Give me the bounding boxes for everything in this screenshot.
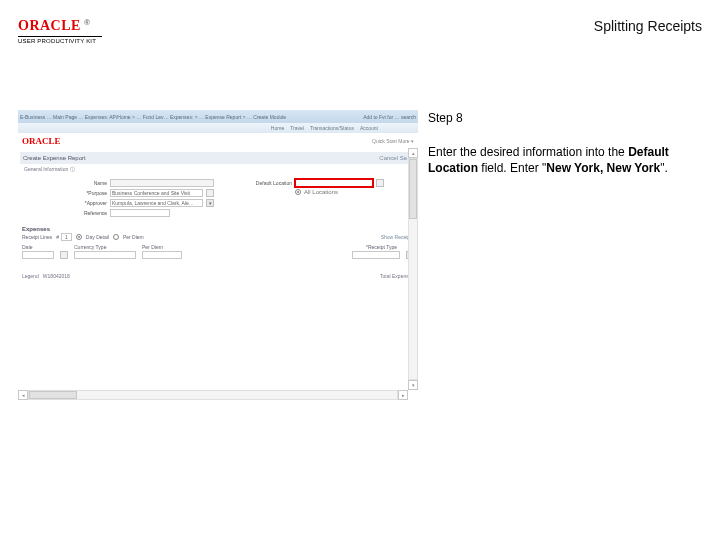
label-approver: *Approver xyxy=(22,200,107,206)
tab-travel: Travel xyxy=(290,125,304,131)
lookup-purpose-icon[interactable] xyxy=(206,189,214,197)
receipt-lines-label: Receipt Lines xyxy=(22,234,52,240)
form-area: Name *Purpose Business Conference and Si… xyxy=(18,174,418,222)
label-per-diem: Per Diem xyxy=(123,234,144,240)
label-reference: Reference xyxy=(22,210,107,216)
col-currency: Currency Type xyxy=(74,244,136,250)
step-label: Step 8 xyxy=(428,110,702,126)
section-header: Create Expense Report Cancel Se… xyxy=(20,152,416,164)
brand-name: ORACLE xyxy=(18,18,81,34)
label-name: Name xyxy=(22,180,107,186)
field-name xyxy=(110,179,214,187)
field-purpose[interactable]: Business Conference and Site Visit xyxy=(110,189,203,197)
expenses-header: Expenses xyxy=(22,226,414,232)
instr-value: New York, New York xyxy=(546,161,660,175)
expenses-subheader: Receipt Lines # 1 Day Detail Per Diem Sh… xyxy=(22,233,414,241)
lookup-location-icon[interactable] xyxy=(376,179,384,187)
radio-per-diem[interactable] xyxy=(113,234,119,240)
ebs-brand: ORACLE xyxy=(22,136,61,146)
field-reference[interactable] xyxy=(110,209,170,217)
col-receipt-type: *Receipt Type xyxy=(366,244,414,250)
tab-trans: Transactions/Status xyxy=(310,125,354,131)
count-prefix: # xyxy=(56,234,59,240)
instruction-text: Enter the desired information into the D… xyxy=(428,144,702,176)
tab-account: Account xyxy=(360,125,378,131)
legend-label: Legend xyxy=(22,273,39,279)
ebs-quick-links: Quick Start More ▾ xyxy=(372,138,414,144)
page-title: Splitting Receipts xyxy=(594,18,702,34)
product-line: USER PRODUCTIVITY KIT xyxy=(18,36,102,44)
ebs-breadcrumb-bar: E-Business … Main Page … Expenses: AP/Ho… xyxy=(18,110,418,123)
legend-row: Legend W18042018 Total Expenses xyxy=(22,273,414,279)
col-per-diem: Per Diem xyxy=(142,244,182,250)
label-purpose: *Purpose xyxy=(22,190,107,196)
scroll-left-icon[interactable]: ◂ xyxy=(18,390,28,400)
field-default-location[interactable] xyxy=(295,179,373,187)
field-approver[interactable]: Kumpula, Lawrence and Clark, Ale… xyxy=(110,199,203,207)
ebs-brand-row: ORACLE Quick Start More ▾ xyxy=(18,133,418,148)
cell-currency[interactable] xyxy=(74,251,136,259)
instr-post: ". xyxy=(660,161,668,175)
ebs-subnav: Home Travel Transactions/Status Account xyxy=(18,123,418,133)
scroll-down-icon[interactable]: ▾ xyxy=(408,380,418,390)
calendar-icon[interactable] xyxy=(60,251,68,259)
horizontal-scroll-thumb[interactable] xyxy=(29,391,77,399)
section-subtitle: General Information ⓘ xyxy=(18,164,418,174)
approver-dropdown-icon[interactable]: ▾ xyxy=(206,199,214,207)
table-header-row: Date Currency Type Per Diem *Receipt Typ… xyxy=(22,243,414,251)
cell-per-diem[interactable] xyxy=(142,251,182,259)
app-screenshot: E-Business … Main Page … Expenses: AP/Ho… xyxy=(18,110,418,400)
section-title: Create Expense Report xyxy=(23,155,86,161)
breadcrumb: E-Business … Main Page … Expenses: AP/Ho… xyxy=(20,114,286,120)
radio-day-detail[interactable] xyxy=(76,234,82,240)
legend-date: W18042018 xyxy=(43,273,70,279)
vertical-scroll-thumb[interactable] xyxy=(409,159,417,219)
instr-pre: Enter the desired information into the xyxy=(428,145,628,159)
trademark-symbol: ® xyxy=(84,18,90,27)
scroll-right-icon[interactable]: ▸ xyxy=(398,390,408,400)
breadcrumb-right: Add to Fvt for … search xyxy=(363,114,416,120)
label-default-location: Default Location xyxy=(222,180,292,186)
cell-date[interactable] xyxy=(22,251,54,259)
label-day-detail: Day Detail xyxy=(86,234,109,240)
count-value[interactable]: 1 xyxy=(61,233,72,241)
horizontal-scrollbar[interactable]: ◂ ▸ xyxy=(18,390,408,400)
col-date: Date xyxy=(22,244,54,250)
radio-all-locations[interactable] xyxy=(295,189,301,195)
instr-mid: field. Enter " xyxy=(478,161,546,175)
cell-receipt-type[interactable] xyxy=(352,251,400,259)
vertical-scrollbar[interactable]: ▴ ▾ xyxy=(408,148,418,390)
expense-table: Date Currency Type Per Diem *Receipt Typ… xyxy=(22,243,414,259)
label-all-locations: All Locations xyxy=(304,189,338,195)
scroll-up-icon[interactable]: ▴ xyxy=(408,148,418,158)
table-row: ▾ xyxy=(22,251,414,259)
tab-home: Home xyxy=(271,125,284,131)
